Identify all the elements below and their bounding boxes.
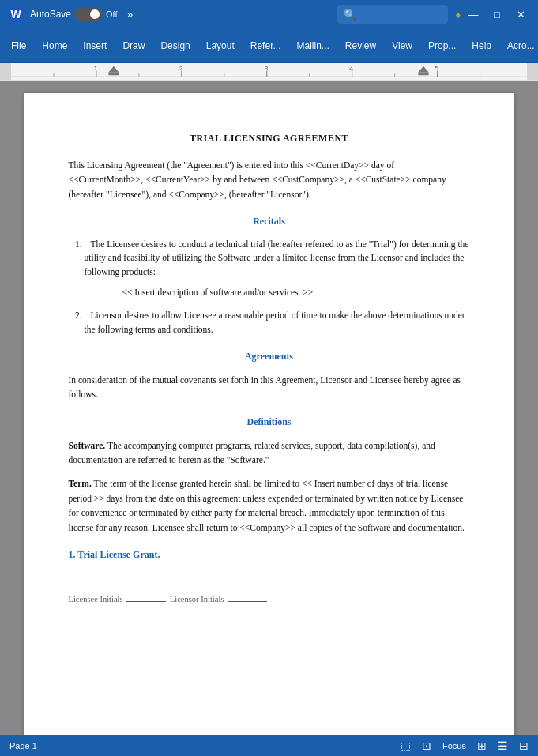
- term-definition: Term. The term of the license granted he…: [69, 476, 470, 535]
- recital-2-text: Licensor desires to allow Licensee a rea…: [85, 310, 465, 333]
- recital-item-2: Licensor desires to allow Licensee a rea…: [85, 309, 470, 337]
- tab-design[interactable]: Design: [152, 34, 198, 58]
- tab-file[interactable]: File: [3, 34, 34, 58]
- document-title: TRIAL LICENSING AGREEMENT: [69, 131, 470, 145]
- software-term: Software.: [69, 441, 106, 450]
- term-text: The term of the license granted herein s…: [69, 479, 465, 532]
- tab-review[interactable]: Review: [337, 34, 384, 58]
- svg-marker-17: [108, 66, 119, 73]
- recital-1-insert: << Insert description of software and/or…: [122, 285, 470, 299]
- status-icon-3[interactable]: ⊞: [477, 739, 487, 752]
- agreements-text: In consideration of the mutual covenants…: [69, 373, 470, 402]
- section1-heading: 1. Trial License Grant.: [69, 547, 470, 562]
- licensee-initials-field[interactable]: [126, 601, 166, 602]
- tab-insert[interactable]: Insert: [75, 34, 115, 58]
- recital-item-1: The Licensee desires to conduct a techni…: [85, 238, 470, 299]
- status-icon-5[interactable]: ⊟: [519, 739, 529, 752]
- tab-references[interactable]: Refer...: [243, 34, 289, 58]
- content-area[interactable]: TRIAL LICENSING AGREEMENT This Licensing…: [0, 81, 538, 735]
- recitals-list: The Licensee desires to conduct a techni…: [85, 238, 470, 337]
- ruler-left-margin: [0, 63, 11, 80]
- svg-rect-18: [108, 72, 119, 75]
- window-controls: — □ ✕: [462, 3, 532, 25]
- page-number: Page 1: [9, 741, 37, 750]
- autosave-label: AutoSave: [30, 9, 71, 20]
- licensor-initials-field[interactable]: [228, 601, 267, 602]
- ruler-right-margin: [527, 63, 538, 80]
- premium-icon[interactable]: ⬧: [454, 7, 462, 21]
- tab-help[interactable]: Help: [464, 34, 499, 58]
- title-bar: W AutoSave Off » 🔍 ⬧ — □ ✕: [0, 0, 538, 28]
- close-button[interactable]: ✕: [510, 3, 532, 25]
- software-text: The accompanying computer programs, rela…: [69, 441, 435, 465]
- svg-text:5: 5: [435, 65, 438, 71]
- svg-text:1: 1: [94, 65, 98, 71]
- svg-text:4: 4: [349, 65, 353, 71]
- svg-text:3: 3: [264, 65, 268, 71]
- recitals-heading: Recitals: [69, 214, 470, 228]
- focus-button[interactable]: ⊡: [422, 739, 431, 752]
- ruler-track: 1 2 3 4 5: [11, 63, 527, 80]
- search-icon: 🔍: [344, 9, 356, 21]
- tab-acrobat[interactable]: Acro...: [499, 34, 538, 58]
- status-icon-1[interactable]: ⬚: [401, 739, 411, 752]
- focus-label[interactable]: Focus: [442, 741, 466, 750]
- status-icons: ⬚ ⊡ Focus ⊞ ☰ ⊟: [401, 739, 529, 752]
- ruler: 1 2 3 4 5: [0, 63, 538, 81]
- autosave-state: Off: [106, 9, 117, 19]
- ruler-svg: 1 2 3 4 5: [11, 63, 527, 80]
- svg-marker-19: [418, 66, 428, 73]
- svg-rect-20: [418, 72, 428, 75]
- tab-draw[interactable]: Draw: [115, 34, 152, 58]
- agreements-heading: Agreements: [69, 349, 470, 363]
- autosave-knob: [90, 9, 100, 19]
- initials-line: Licensee Initials Licensor Initials: [69, 593, 470, 606]
- tab-home[interactable]: Home: [34, 34, 75, 58]
- tab-view[interactable]: View: [384, 34, 420, 58]
- software-definition: Software. The accompanying computer prog…: [69, 438, 470, 468]
- licensor-initials-label: Licensor Initials: [170, 595, 224, 604]
- status-icon-4[interactable]: ☰: [498, 739, 508, 752]
- minimize-button[interactable]: —: [462, 3, 484, 25]
- tab-layout[interactable]: Layout: [198, 34, 243, 58]
- svg-text:2: 2: [179, 65, 183, 71]
- word-logo: W: [7, 6, 24, 23]
- title-search-box[interactable]: 🔍: [337, 5, 448, 24]
- recital-1-text: The Licensee desires to conduct a techni…: [85, 239, 469, 276]
- tab-mailings[interactable]: Mailin...: [288, 34, 337, 58]
- status-bar: Page 1 ⬚ ⊡ Focus ⊞ ☰ ⊟: [0, 735, 538, 756]
- tab-properties[interactable]: Prop...: [420, 34, 464, 58]
- licensee-initials-label: Licensee Initials: [69, 595, 123, 604]
- quick-access-more[interactable]: »: [127, 8, 134, 21]
- maximize-button[interactable]: □: [486, 3, 508, 25]
- document-page[interactable]: TRIAL LICENSING AGREEMENT This Licensing…: [24, 93, 514, 735]
- intro-paragraph: This Licensing Agreement (the "Agreement…: [69, 158, 470, 201]
- autosave-toggle[interactable]: [74, 8, 103, 21]
- ribbon: File Home Insert Draw Design Layout Refe…: [0, 28, 538, 63]
- word-app-icon: W: [6, 5, 25, 24]
- term-term: Term.: [69, 479, 92, 488]
- definitions-heading: Definitions: [69, 415, 470, 429]
- ruler-inner: 1 2 3 4 5: [11, 63, 527, 80]
